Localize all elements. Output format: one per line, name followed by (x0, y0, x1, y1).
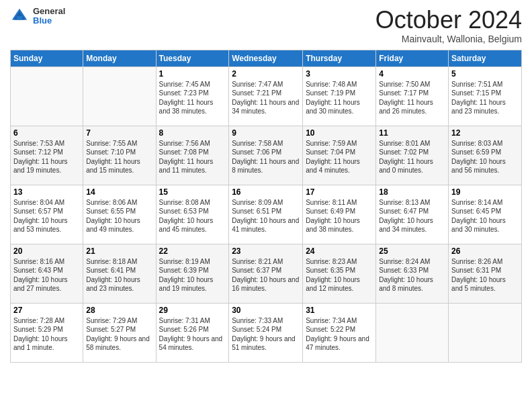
day-number: 24 (306, 246, 373, 256)
day-info: Sunrise: 8:21 AM Sunset: 6:37 PM Dayligh… (232, 257, 300, 293)
day-info: Sunrise: 7:28 AM Sunset: 5:29 PM Dayligh… (13, 316, 80, 353)
day-info: Sunrise: 7:31 AM Sunset: 5:26 PM Dayligh… (159, 316, 226, 353)
day-info: Sunrise: 7:48 AM Sunset: 7:19 PM Dayligh… (306, 80, 373, 116)
calendar-cell: 14Sunrise: 8:06 AM Sunset: 6:55 PM Dayli… (83, 185, 156, 244)
calendar-cell: 24Sunrise: 8:23 AM Sunset: 6:35 PM Dayli… (303, 244, 376, 303)
week-row-1: 6Sunrise: 7:53 AM Sunset: 7:12 PM Daylig… (11, 126, 522, 185)
day-number: 19 (451, 187, 519, 197)
col-sunday: Sunday (11, 50, 83, 66)
month-title: October 2024 (375, 7, 522, 34)
col-wednesday: Wednesday (229, 50, 303, 66)
day-number: 25 (379, 246, 445, 256)
col-friday: Friday (376, 50, 449, 66)
calendar-cell: 7Sunrise: 7:55 AM Sunset: 7:10 PM Daylig… (83, 126, 156, 185)
day-info: Sunrise: 8:09 AM Sunset: 6:51 PM Dayligh… (232, 198, 300, 234)
day-number: 13 (13, 187, 80, 197)
calendar-cell: 9Sunrise: 7:58 AM Sunset: 7:06 PM Daylig… (229, 126, 303, 185)
day-number: 20 (13, 246, 80, 256)
day-number: 27 (13, 306, 80, 315)
day-info: Sunrise: 7:56 AM Sunset: 7:08 PM Dayligh… (159, 139, 226, 175)
logo: General Blue (10, 7, 65, 26)
calendar-cell: 27Sunrise: 7:28 AM Sunset: 5:29 PM Dayli… (11, 303, 83, 362)
day-info: Sunrise: 8:19 AM Sunset: 6:39 PM Dayligh… (159, 257, 226, 293)
day-info: Sunrise: 7:53 AM Sunset: 7:12 PM Dayligh… (13, 139, 80, 175)
calendar-cell: 28Sunrise: 7:29 AM Sunset: 5:27 PM Dayli… (83, 303, 156, 362)
calendar-cell: 20Sunrise: 8:16 AM Sunset: 6:43 PM Dayli… (11, 244, 83, 303)
day-info: Sunrise: 7:34 AM Sunset: 5:22 PM Dayligh… (306, 316, 373, 353)
day-info: Sunrise: 7:50 AM Sunset: 7:17 PM Dayligh… (379, 80, 445, 116)
day-number: 9 (232, 128, 300, 138)
week-row-4: 27Sunrise: 7:28 AM Sunset: 5:29 PM Dayli… (11, 303, 522, 362)
calendar-cell: 26Sunrise: 8:26 AM Sunset: 6:31 PM Dayli… (449, 244, 522, 303)
day-info: Sunrise: 8:08 AM Sunset: 6:53 PM Dayligh… (159, 198, 226, 234)
calendar-cell: 12Sunrise: 8:03 AM Sunset: 6:59 PM Dayli… (449, 126, 522, 185)
day-info: Sunrise: 8:18 AM Sunset: 6:41 PM Dayligh… (86, 257, 152, 293)
day-info: Sunrise: 8:14 AM Sunset: 6:45 PM Dayligh… (451, 198, 519, 234)
day-info: Sunrise: 8:16 AM Sunset: 6:43 PM Dayligh… (13, 257, 80, 293)
col-tuesday: Tuesday (156, 50, 229, 66)
day-number: 6 (13, 128, 80, 138)
calendar-cell: 3Sunrise: 7:48 AM Sunset: 7:19 PM Daylig… (303, 66, 376, 126)
day-info: Sunrise: 8:01 AM Sunset: 7:02 PM Dayligh… (379, 139, 445, 175)
calendar-cell: 10Sunrise: 7:59 AM Sunset: 7:04 PM Dayli… (303, 126, 376, 185)
location-title: Mainvault, Wallonia, Belgium (375, 34, 522, 44)
calendar-header-row: Sunday Monday Tuesday Wednesday Thursday… (11, 50, 522, 66)
week-row-2: 13Sunrise: 8:04 AM Sunset: 6:57 PM Dayli… (11, 185, 522, 244)
calendar-cell: 13Sunrise: 8:04 AM Sunset: 6:57 PM Dayli… (11, 185, 83, 244)
calendar-cell: 18Sunrise: 8:13 AM Sunset: 6:47 PM Dayli… (376, 185, 449, 244)
day-number: 1 (159, 69, 226, 79)
day-number: 3 (306, 69, 373, 79)
day-number: 10 (306, 128, 373, 138)
title-block: October 2024 Mainvault, Wallonia, Belgiu… (375, 7, 522, 44)
day-number: 22 (159, 246, 226, 256)
day-number: 15 (159, 187, 226, 197)
calendar-cell (11, 66, 83, 126)
calendar-cell: 21Sunrise: 8:18 AM Sunset: 6:41 PM Dayli… (83, 244, 156, 303)
calendar-cell (449, 303, 522, 362)
calendar-cell: 15Sunrise: 8:08 AM Sunset: 6:53 PM Dayli… (156, 185, 229, 244)
calendar-cell (83, 66, 156, 126)
day-number: 21 (86, 246, 152, 256)
day-info: Sunrise: 8:03 AM Sunset: 6:59 PM Dayligh… (451, 139, 519, 175)
col-monday: Monday (83, 50, 156, 66)
day-number: 28 (86, 306, 152, 315)
col-saturday: Saturday (449, 50, 522, 66)
day-info: Sunrise: 7:45 AM Sunset: 7:23 PM Dayligh… (159, 80, 226, 116)
day-info: Sunrise: 7:47 AM Sunset: 7:21 PM Dayligh… (232, 80, 300, 116)
page: General Blue October 2024 Mainvault, Wal… (0, 0, 532, 411)
calendar-cell: 16Sunrise: 8:09 AM Sunset: 6:51 PM Dayli… (229, 185, 303, 244)
day-number: 5 (451, 69, 519, 79)
logo-blue: Blue (33, 16, 65, 26)
day-info: Sunrise: 7:33 AM Sunset: 5:24 PM Dayligh… (232, 316, 300, 353)
calendar-cell: 23Sunrise: 8:21 AM Sunset: 6:37 PM Dayli… (229, 244, 303, 303)
day-number: 26 (451, 246, 519, 256)
day-info: Sunrise: 8:04 AM Sunset: 6:57 PM Dayligh… (13, 198, 80, 234)
calendar-cell: 17Sunrise: 8:11 AM Sunset: 6:49 PM Dayli… (303, 185, 376, 244)
day-info: Sunrise: 8:11 AM Sunset: 6:49 PM Dayligh… (306, 198, 373, 234)
day-info: Sunrise: 8:13 AM Sunset: 6:47 PM Dayligh… (379, 198, 445, 234)
day-number: 11 (379, 128, 445, 138)
day-number: 14 (86, 187, 152, 197)
day-number: 8 (159, 128, 226, 138)
calendar-cell: 22Sunrise: 8:19 AM Sunset: 6:39 PM Dayli… (156, 244, 229, 303)
week-row-3: 20Sunrise: 8:16 AM Sunset: 6:43 PM Dayli… (11, 244, 522, 303)
day-number: 29 (159, 306, 226, 315)
day-info: Sunrise: 8:24 AM Sunset: 6:33 PM Dayligh… (379, 257, 445, 293)
day-number: 16 (232, 187, 300, 197)
week-row-0: 1Sunrise: 7:45 AM Sunset: 7:23 PM Daylig… (11, 66, 522, 126)
calendar-cell: 8Sunrise: 7:56 AM Sunset: 7:08 PM Daylig… (156, 126, 229, 185)
col-thursday: Thursday (303, 50, 376, 66)
logo-icon (10, 7, 29, 26)
day-number: 31 (306, 306, 373, 315)
svg-rect-2 (17, 16, 22, 20)
calendar-cell: 4Sunrise: 7:50 AM Sunset: 7:17 PM Daylig… (376, 66, 449, 126)
day-info: Sunrise: 7:51 AM Sunset: 7:15 PM Dayligh… (451, 80, 519, 116)
day-number: 18 (379, 187, 445, 197)
logo-text: General Blue (33, 7, 65, 26)
header: General Blue October 2024 Mainvault, Wal… (10, 7, 522, 44)
calendar-cell (376, 303, 449, 362)
day-number: 12 (451, 128, 519, 138)
day-info: Sunrise: 8:26 AM Sunset: 6:31 PM Dayligh… (451, 257, 519, 293)
day-info: Sunrise: 7:29 AM Sunset: 5:27 PM Dayligh… (86, 316, 152, 353)
calendar-cell: 1Sunrise: 7:45 AM Sunset: 7:23 PM Daylig… (156, 66, 229, 126)
